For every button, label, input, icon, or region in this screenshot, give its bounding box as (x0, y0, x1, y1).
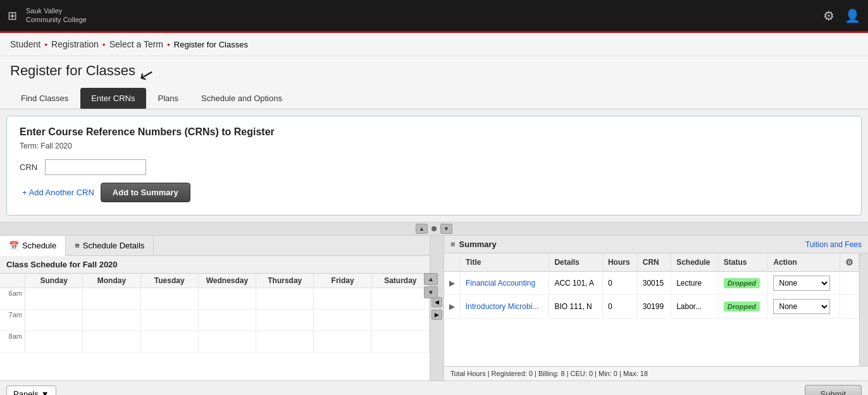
summary-table: Title Details Hours CRN Schedule Status … (444, 253, 859, 319)
breadcrumb-registration[interactable]: Registration (51, 39, 99, 49)
summary-panel: ≡ Summary Tuition and Fees Title Details… (444, 236, 868, 380)
row1-title: Financial Accounting (461, 272, 549, 295)
breadcrumb-sep-1: ● (44, 42, 47, 47)
submit-button[interactable]: Submit (805, 385, 862, 395)
monday-header: Monday (83, 274, 140, 288)
cell-mon-7am (83, 310, 140, 331)
row2-action[interactable]: None Drop Add (768, 295, 840, 319)
cell-sun-6am (25, 288, 83, 310)
panels-label: Panels (13, 389, 39, 395)
row1-crn: 30015 (637, 272, 671, 295)
row1-status: Dropped (718, 272, 768, 295)
panels-chevron-icon: ▼ (41, 389, 49, 395)
friday-header: Friday (314, 274, 371, 288)
cell-wed-8am (199, 331, 256, 353)
tab-find-classes[interactable]: Find Classes (10, 88, 79, 109)
row2-title: Introductory Microbi... (461, 295, 549, 319)
add-another-crn-link[interactable]: + Add Another CRN (22, 188, 94, 197)
tab-schedule-details[interactable]: ≡ Schedule Details (66, 236, 154, 255)
time-6am: 6am (0, 288, 25, 310)
tab-plans[interactable]: Plans (147, 88, 190, 109)
financial-accounting-link[interactable]: Financial Accounting (466, 279, 535, 288)
panels-button[interactable]: Panels ▼ (6, 386, 56, 395)
row-expander-1[interactable]: ▶ (444, 272, 461, 295)
summary-content: Title Details Hours CRN Schedule Status … (444, 253, 868, 366)
schedule-scroll-controls: ▲ ▼ (424, 273, 438, 298)
schedule-scroll-up[interactable]: ▲ (424, 273, 438, 285)
sunday-header: Sunday (25, 274, 83, 288)
breadcrumb-sep-2: ● (102, 42, 106, 47)
grid-icon[interactable]: ⊞ (8, 9, 17, 23)
row2-details: BIO 111, N (549, 295, 603, 319)
col-crn-header: CRN (637, 253, 671, 272)
status-badge-2: Dropped (724, 301, 760, 312)
breadcrumb: Student ● Registration ● Select a Term ●… (0, 33, 868, 56)
action-select-1[interactable]: None Drop Add (773, 276, 830, 291)
cell-sat-6am (372, 288, 430, 310)
panel-nav-bar: ▲ ▼ (0, 222, 868, 235)
summary-table-wrapper: Title Details Hours CRN Schedule Status … (444, 253, 859, 366)
user-icon[interactable]: 👤 (845, 8, 860, 23)
tab-enter-crns[interactable]: Enter CRNs (80, 88, 146, 109)
expand-col: ◀ ▶ (430, 236, 444, 380)
scroll-down-btn[interactable]: ▼ (440, 224, 452, 234)
crn-heading: Enter Course Reference Numbers (CRNs) to… (20, 126, 848, 138)
col-schedule-header: Schedule (671, 253, 719, 272)
summary-title: ≡ Summary (450, 240, 497, 249)
row2-schedule: Labor... (671, 295, 719, 319)
summary-footer: Total Hours | Registered: 0 | Billing: 8… (444, 366, 868, 380)
cell-thu-6am (256, 288, 314, 310)
cell-fri-6am (314, 288, 371, 310)
schedule-panel: 📅 Schedule ≡ Schedule Details Class Sche… (0, 236, 430, 380)
row2-crn: 30199 (637, 295, 671, 319)
schedule-title: Class Schedule for Fall 2020 (0, 256, 430, 274)
thursday-header: Thursday (256, 274, 314, 288)
action-select-2[interactable]: None Drop Add (773, 299, 830, 314)
summary-icon: ≡ (450, 240, 456, 249)
status-badge-1: Dropped (724, 278, 760, 288)
tuition-fees-link[interactable]: Tuition and Fees (805, 240, 862, 249)
cell-fri-7am (314, 310, 371, 331)
row2-status: Dropped (718, 295, 768, 319)
breadcrumb-select-term[interactable]: Select a Term (109, 39, 163, 49)
col-expander-header (444, 253, 461, 272)
tab-schedule[interactable]: 📅 Schedule (0, 236, 66, 256)
term-label: Term: Fall 2020 (20, 142, 848, 150)
gear-icon[interactable]: ⚙ (845, 257, 853, 267)
summary-scrollbar[interactable] (859, 253, 868, 366)
college-name: Sauk Valley Community College (26, 7, 87, 23)
crn-input-row: CRN (20, 159, 848, 175)
microbi-link[interactable]: Introductory Microbi... (466, 302, 538, 311)
row1-action[interactable]: None Drop Add (768, 272, 840, 295)
cell-mon-8am (83, 331, 140, 353)
row1-schedule: Lecture (671, 272, 719, 295)
college-subtitle: Community College (26, 16, 87, 24)
col-gear-header[interactable]: ⚙ (840, 253, 859, 272)
cell-sun-7am (25, 310, 83, 331)
crn-field-label: CRN (20, 162, 37, 172)
breadcrumb-student[interactable]: Student (10, 39, 40, 49)
schedule-scroll-down[interactable]: ▼ (424, 286, 438, 298)
top-navigation: ⊞ Sauk Valley Community College ⚙ 👤 (0, 0, 868, 33)
schedule-tab-icon: 📅 (9, 241, 19, 250)
cell-sun-8am (25, 331, 83, 353)
table-row: ▶ Financial Accounting ACC 101, A 0 3001… (444, 272, 859, 295)
time-7am: 7am (0, 310, 25, 331)
schedule-tab-label: Schedule (22, 241, 56, 250)
crn-input[interactable] (45, 159, 146, 175)
cell-thu-8am (256, 331, 314, 353)
settings-icon[interactable]: ⚙ (823, 8, 834, 23)
expand-right-btn[interactable]: ▶ (431, 310, 442, 320)
bottom-section: 📅 Schedule ≡ Schedule Details Class Sche… (0, 235, 868, 380)
crn-actions: + Add Another CRN Add to Summary (22, 183, 848, 202)
tab-schedule-options[interactable]: Schedule and Options (190, 88, 293, 109)
nav-left: ⊞ Sauk Valley Community College (8, 7, 87, 23)
bottom-toolbar: Panels ▼ Submit (0, 380, 868, 395)
row1-gear (840, 272, 859, 295)
calendar-grid: Sunday Monday Tuesday Wednesday Thursday… (0, 274, 430, 380)
nav-dot (431, 226, 437, 231)
row-expander-2[interactable]: ▶ (444, 295, 461, 319)
add-to-summary-button[interactable]: Add to Summary (101, 183, 190, 202)
scroll-up-btn[interactable]: ▲ (416, 224, 428, 234)
cell-wed-7am (199, 310, 256, 331)
